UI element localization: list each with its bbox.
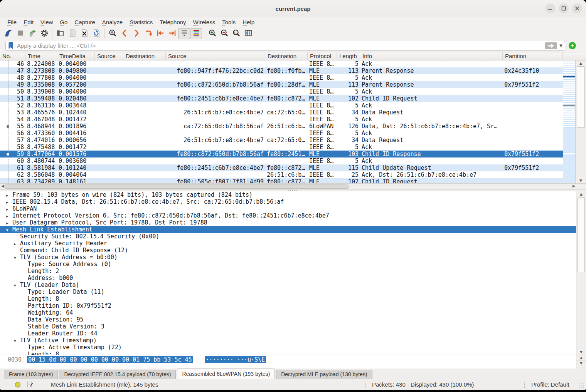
filter-dropdown-caret[interactable]: ▼ [559,44,562,48]
hscroll-thumb[interactable] [4,184,349,189]
packet-row[interactable]: 498.3350080.057200fe80::c872:650d:b7b8:5… [0,81,563,88]
expert-info-icon[interactable] [15,382,21,388]
detail-line[interactable]: ▸Internet Protocol Version 6, Src: fe80:… [0,212,586,219]
last-packet-button[interactable] [166,28,178,39]
find-packet-button[interactable]: A [106,28,118,39]
colorize-button[interactable] [190,28,202,39]
packet-row[interactable]: 528.3631360.003648IEEE 8…5Ack [0,102,563,109]
scroll-down-icon[interactable]: ▼ [576,178,586,183]
column-header-length-8[interactable]: Length [337,52,360,60]
first-packet-button[interactable] [154,28,166,39]
column-header-info-9[interactable]: Info [360,52,503,60]
menu-item-go[interactable]: Go [56,18,71,26]
detail-line[interactable]: ▾Mesh Link Establishment [0,226,586,233]
column-header-destination-4[interactable]: Destination [123,52,166,60]
menu-item-capture[interactable]: Capture [71,18,98,26]
detail-line[interactable]: Data Version: 95 [0,316,586,323]
detail-line[interactable]: Leader Router ID: 44 [0,330,586,337]
stop-capture-button[interactable] [14,28,26,39]
scroll-left-icon[interactable]: ◀ [1,184,4,188]
detail-line[interactable]: Length: 2 [0,268,586,275]
menu-item-tools[interactable]: Tools [219,18,239,26]
detail-line[interactable]: Length: 8 [0,295,586,302]
bookmark-icon[interactable] [8,42,14,49]
expand-down-icon[interactable]: ▾ [14,282,20,289]
packet-row[interactable]: 568.4733600.004416IEEE 8…5Ack [0,130,563,137]
packet-row[interactable]: 518.3594880.020480fe80::2451:c6b7:e8ce:4… [0,95,563,102]
detail-line[interactable]: Stable Data Version: 3 [0,323,586,330]
packet-row[interactable]: 598.4770640.001576fe80::c872:650d:b7b8:5… [0,151,563,157]
detail-line[interactable]: Type: Source Address (0) [0,261,586,268]
detail-line[interactable]: ▸Auxiliary Security Header [0,240,586,247]
next-packet-button[interactable] [130,28,142,39]
packet-row[interactable]: 588.4754880.001472IEEE 8…5Ack [0,144,563,151]
reload-file-button[interactable] [90,28,102,39]
menu-item-help[interactable]: Help [239,18,258,26]
detail-line[interactable]: Type: Active Timestamp (22) [0,344,586,351]
save-file-button[interactable] [66,28,78,39]
resize-columns-button[interactable] [242,28,254,39]
packet-row[interactable]: 638.7342090.148161fe80::505e:f807:7f81:4… [0,178,563,183]
expand-down-icon[interactable]: ▾ [14,338,20,345]
packet-row[interactable]: 608.4807440.003680IEEE 8…5Ack [0,157,563,164]
detail-line[interactable]: Address: b000 [0,275,586,281]
menu-item-statistics[interactable]: Statistics [126,18,156,26]
detail-line[interactable]: ▾TLV (Active Timestamp) [0,337,586,344]
packet-row[interactable]: 558.4689440.001896ca:72:65:0d:b7:b8:56:a… [0,123,563,130]
packet-list-vscrollbar[interactable]: ▲ ▼ [575,60,586,183]
goto-packet-button[interactable] [142,28,154,39]
close-file-button[interactable] [78,28,90,39]
scroll-right-icon[interactable]: ▶ [573,184,575,188]
zoom-original-button[interactable]: 1:1 [230,28,242,39]
column-header-partition-10[interactable]: Partition [503,52,563,60]
previous-packet-button[interactable] [118,28,130,39]
menu-item-edit[interactable]: Edit [20,18,37,26]
detail-line[interactable]: ▸User Datagram Protocol, Src Port: 19788… [0,219,586,226]
packet-row[interactable]: 578.4740160.00065626:51:c6:b7:e8:ce:4b:e… [0,137,563,144]
column-header-source-5[interactable]: Source [166,52,265,60]
menu-item-file[interactable]: File [4,18,20,26]
open-file-button[interactable] [54,28,66,39]
scroll-down-icon[interactable]: ▼ [576,349,586,355]
packet-row[interactable]: 508.3390080.004000IEEE 8…5Ack [0,88,563,95]
hex-ascii[interactable]: ········ ···u·S\E [205,356,266,363]
apply-filter-button[interactable] [545,42,557,49]
byte-tab-decrypted[interactable]: Decrypted MLE payload (130 bytes) [276,370,372,379]
byte-tab-frame[interactable]: Frame (103 bytes) [4,370,58,379]
zoom-out-button[interactable] [218,28,230,39]
resize-grip[interactable] [579,383,584,389]
packet-list-hscrollbar[interactable]: ◀ ▶ [0,183,586,189]
maximize-button[interactable] [559,3,569,13]
restart-capture-button[interactable] [26,28,38,39]
packet-row[interactable]: 538.4655760.10244026:51:c6:b7:e8:ce:4b:e… [0,109,563,116]
detail-line[interactable]: Security Suite: 802.15.4 Security (0x00) [0,233,586,240]
scroll-up-icon[interactable]: ▲ [576,355,586,360]
detail-line[interactable]: Type: Leader Data (11) [0,288,586,295]
hex-bytes[interactable]: 00 15 0d 00 00 00 00 00 00 00 01 75 bb 5… [27,356,193,363]
zoom-in-button[interactable] [206,28,218,39]
expand-down-icon[interactable]: ▾ [14,255,20,261]
title-bar[interactable]: current.pcap [0,0,586,17]
column-header-timedelta-2[interactable]: TimeDelta [57,52,95,60]
scroll-up-icon[interactable]: ▲ [576,191,586,197]
scroll-up-icon[interactable]: ▲ [576,60,586,66]
status-profile[interactable]: Profile: Default [531,381,569,388]
column-header-time-1[interactable]: Time [25,52,57,60]
packet-row[interactable]: 548.4670480.001472IEEE 8…5Ack [0,116,563,123]
detail-line[interactable]: ▸6LoWPAN [0,205,586,212]
auto-scroll-button[interactable] [178,28,190,39]
column-header-source-3[interactable]: Source [95,52,123,60]
scroll-down-icon[interactable]: ▼ [576,360,586,366]
minimize-button[interactable] [545,3,555,13]
menu-item-telephony[interactable]: Telephony [156,18,189,26]
add-filter-button[interactable]: + [569,42,576,49]
vscroll-thumb[interactable] [578,197,585,272]
detail-line[interactable]: ▸IEEE 802.15.4 Data, Dst: 26:51:c6:b7:e8… [0,198,586,205]
expand-down-icon[interactable]: ▾ [6,227,12,234]
vscroll-thumb[interactable] [577,66,585,128]
packet-bytes-pane[interactable]: 003000 15 0d 00 00 00 00 00 00 00 01 75 … [0,355,586,369]
packet-row[interactable]: 488.2778080.004000IEEE 8…5Ack [0,74,563,81]
menu-item-view[interactable]: View [37,18,56,26]
detail-line[interactable]: ▾TLV (Source Address = b0:00) [0,254,586,261]
display-filter-input[interactable]: Apply a display filter ... <Ctrl-/> ▼ [5,41,565,51]
